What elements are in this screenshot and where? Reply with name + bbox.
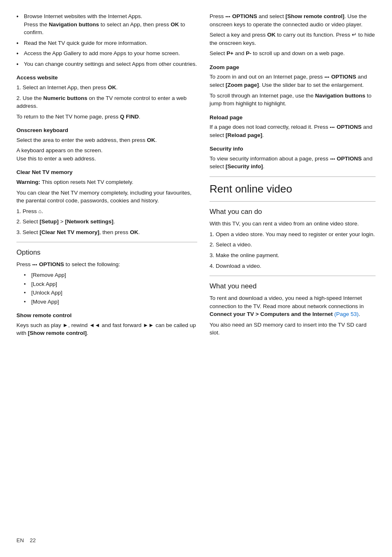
onscreen-keyboard-line1: Select the area to enter the web address…: [16, 136, 197, 144]
options-list-item: [Remove App]: [24, 271, 197, 279]
what-you-can-do-heading: What you can do: [210, 207, 376, 216]
clear-net-tv-body: You can clear the Net TV memory complete…: [16, 189, 197, 205]
bold-ok2: OK: [147, 137, 155, 143]
options-icon-security: [330, 158, 335, 160]
bold-text: Navigation buttons: [49, 21, 99, 28]
onscreen-keyboard-heading: Onscreen keyboard: [16, 126, 197, 135]
what-you-can-do-step4: 4. Download a video.: [210, 262, 376, 270]
reload-page-bold: [Reload page]: [226, 132, 262, 138]
bold-ok: OK: [108, 84, 116, 91]
list-item: Access the App Gallery to add more Apps …: [16, 49, 197, 58]
intro-bullet-list: Browse Internet websites with the Intern…: [16, 12, 197, 68]
zoom-page-body1: To zoom in and out on an Internet page, …: [210, 73, 376, 89]
options-list-item: [Move App]: [24, 298, 197, 306]
bold-numeric: Numeric buttons: [43, 95, 87, 101]
options-word: OPTIONS: [39, 261, 64, 267]
clear-net-tv-step1: 1. Press ⌂.: [16, 207, 197, 216]
clear-net-tv-heading: Clear Net TV memory: [16, 168, 197, 176]
footer-page-number: 22: [30, 537, 36, 543]
reload-page-heading: Reload page: [210, 114, 376, 122]
page-link[interactable]: (Page 53): [334, 311, 358, 317]
list-item: Read the Net TV quick guide for more inf…: [16, 39, 197, 47]
options-list-item: [Unlock App]: [24, 289, 197, 297]
what-you-can-do-step1: 1. Open a video store. You may need to r…: [210, 230, 376, 239]
options-icon-reload: [330, 127, 334, 128]
options-heading: Options: [16, 248, 197, 257]
warning-label: Warning:: [16, 179, 40, 185]
zoom-page-body2: To scroll through an Internet page, use …: [210, 92, 376, 108]
options-icon-zoom: [325, 77, 329, 78]
bold-navbtns: Navigation buttons: [315, 93, 365, 99]
clear-net-tv-step3: 3. Select [Clear Net TV memory], then pr…: [16, 228, 197, 237]
access-website-step3: To return to the Net TV home page, press…: [16, 113, 197, 121]
what-you-can-do-step3: 3. Make the online payment.: [210, 251, 376, 260]
clear-net-tv-step2: 2. Select [Setup] > [Network settings].: [16, 218, 197, 226]
divider-rent-bottom: [210, 201, 376, 202]
list-item: You can change country settings and sele…: [16, 60, 197, 68]
connect-tv-bold: Connect your TV > Computers and the Inte…: [210, 311, 333, 317]
page-container: Browse Internet websites with the Intern…: [0, 0, 392, 557]
divider-what-you-need: [210, 276, 376, 276]
options-word-zoom: OPTIONS: [331, 74, 356, 80]
two-column-layout: Browse Internet websites with the Intern…: [16, 12, 376, 529]
bold-clear: [Clear Net TV memory]: [39, 229, 99, 235]
access-website-step2: 2. Use the Numeric buttons on the TV rem…: [16, 94, 197, 110]
bold-pplus: P+: [226, 50, 233, 56]
bold-text: OK: [171, 21, 179, 28]
bold-qfind: Q FIND: [120, 114, 139, 120]
reload-page-body: If a page does not load correctly, reloa…: [210, 123, 376, 139]
right-options-line2: Select a key and press OK to carry out i…: [210, 31, 376, 47]
show-remote-body: Keys such as play ►, rewind ◄◄ and fast …: [16, 321, 197, 337]
bold-network: [Network settings]: [65, 218, 113, 225]
security-info-bold: [Security info]: [226, 163, 263, 169]
options-word-security: OPTIONS: [337, 155, 362, 162]
home-icon-text: ⌂: [38, 208, 42, 214]
right-options-line3: Select P+ and P- to scroll up and down o…: [210, 49, 376, 58]
options-word-right: OPTIONS: [232, 13, 257, 19]
options-list-item: [Lock App]: [24, 280, 197, 288]
security-info-heading: Security info: [210, 145, 376, 153]
what-you-need-body1: To rent and download a video, you need a…: [210, 294, 376, 318]
show-remote-bold-right: [Show remote control]: [286, 13, 344, 19]
options-list: [Remove App] [Lock App] [Unlock App] [Mo…: [24, 271, 197, 306]
right-column: Press OPTIONS and select [Show remote co…: [210, 12, 376, 529]
what-you-need-body2: You also need an SD memory card to inser…: [210, 321, 376, 337]
onscreen-keyboard-line2: A keyboard appears on the screen.Use thi…: [16, 146, 197, 162]
what-you-can-do-intro: With this TV, you can rent a video from …: [210, 220, 376, 228]
right-options-intro: Press OPTIONS and select [Show remote co…: [210, 12, 376, 28]
options-intro: Press OPTIONS to select the following:: [16, 260, 197, 269]
bold-setup: [Setup]: [39, 218, 59, 225]
divider-rent: [210, 176, 376, 177]
footer-lang: EN: [16, 537, 24, 543]
divider-options: [16, 242, 197, 242]
what-you-can-do-step2: 2. Select a video.: [210, 241, 376, 249]
access-website-step1: 1. Select an Internet App, then press OK…: [16, 84, 197, 92]
access-website-heading: Access website: [16, 74, 197, 82]
rent-online-video-title: Rent online video: [210, 183, 376, 195]
options-word-reload: OPTIONS: [337, 124, 362, 130]
left-column: Browse Internet websites with the Intern…: [16, 12, 197, 529]
warning-text: This option resets Net TV completely.: [40, 179, 134, 185]
zoom-page-bold: [Zoom page]: [226, 82, 259, 88]
options-icon: [32, 264, 37, 265]
security-info-body: To view security information about a pag…: [210, 155, 376, 171]
clear-net-tv-warning: Warning: This option resets Net TV compl…: [16, 178, 197, 186]
show-remote-heading: Show remote control: [16, 311, 197, 320]
options-icon-right: [226, 16, 230, 17]
bold-pminus: P-: [246, 50, 251, 56]
bold-ok3: OK: [130, 229, 138, 235]
footer: EN 22: [16, 529, 376, 545]
zoom-page-heading: Zoom page: [210, 63, 376, 72]
list-item: Browse Internet websites with the Intern…: [16, 12, 197, 37]
show-remote-bold: [Show remote control]: [28, 330, 87, 336]
bold-ok-right: OK: [267, 32, 275, 38]
what-you-need-heading: What you need: [210, 282, 376, 291]
